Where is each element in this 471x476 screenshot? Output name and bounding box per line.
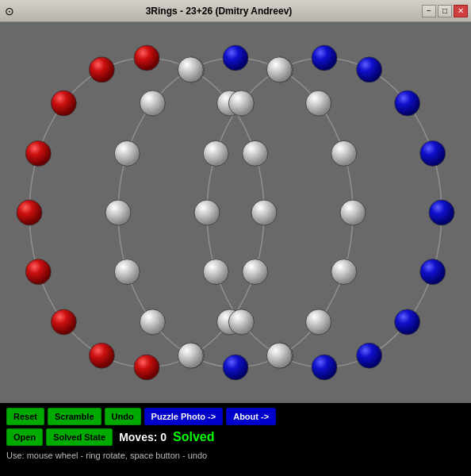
svg-point-28 [17,200,42,225]
button-row-2: Open Solved State Moves: 0 Solved [6,428,465,446]
svg-point-4 [134,45,159,71]
rings-svg [0,22,471,403]
svg-point-21 [203,140,228,166]
svg-point-12 [266,57,292,83]
puzzle-photo-button[interactable]: Puzzle Photo -> [144,408,224,425]
svg-point-24 [420,140,446,166]
svg-point-49 [134,355,159,380]
svg-point-31 [243,259,268,285]
svg-point-46 [178,343,203,368]
svg-point-51 [312,355,337,380]
reset-button[interactable]: Reset [6,408,44,425]
svg-point-20 [114,140,140,166]
svg-point-50 [223,355,248,380]
svg-point-40 [140,309,165,335]
maximize-button[interactable]: □ [438,5,452,17]
svg-point-6 [312,45,337,71]
svg-point-48 [266,343,292,368]
svg-point-32 [331,259,357,285]
svg-point-42 [228,309,254,335]
about-button[interactable]: About -> [226,408,276,425]
svg-point-14 [51,90,76,116]
svg-point-15 [306,90,331,116]
close-button[interactable]: ✕ [454,5,468,17]
window-title: 3Rings - 23+26 (Dmitry Andreev) [16,6,422,17]
svg-point-39 [306,309,331,335]
undo-button[interactable]: Undo [105,408,141,425]
svg-rect-0 [0,22,471,403]
svg-point-33 [420,259,446,285]
svg-point-27 [429,200,454,225]
svg-point-38 [51,309,76,335]
svg-point-23 [331,140,357,166]
svg-point-47 [357,343,382,368]
svg-point-16 [140,90,165,116]
moves-counter: Moves: 0 [119,431,167,443]
svg-point-5 [223,45,248,71]
svg-point-34 [25,259,51,285]
solved-status: Solved [173,430,214,444]
svg-point-29 [105,200,131,225]
game-area[interactable] [0,22,471,403]
solved-state-button[interactable]: Solved State [46,428,113,446]
hint-text: Use: mouse wheel - ring rotate, space bu… [6,451,465,460]
svg-point-22 [243,140,268,166]
window-controls: − □ ✕ [422,5,468,17]
svg-point-19 [25,140,51,166]
minimize-button[interactable]: − [422,5,436,17]
title-bar: ⊙ 3Rings - 23+26 (Dmitry Andreev) − □ ✕ [0,0,471,22]
scramble-button[interactable]: Scramble [48,408,101,425]
svg-point-18 [228,90,254,116]
app-icon: ⊙ [3,5,16,17]
svg-point-36 [203,259,228,285]
bottom-panel: Reset Scramble Undo Puzzle Photo -> Abou… [0,403,471,476]
svg-point-41 [395,309,420,335]
svg-point-35 [114,259,140,285]
svg-point-17 [395,90,420,116]
svg-point-44 [89,343,114,368]
svg-point-10 [89,57,114,83]
svg-point-30 [194,200,220,225]
svg-point-25 [251,200,277,225]
open-button[interactable]: Open [6,428,43,446]
svg-point-26 [340,200,366,225]
svg-point-11 [178,57,203,83]
button-row-1: Reset Scramble Undo Puzzle Photo -> Abou… [6,408,465,425]
svg-point-9 [357,57,382,83]
